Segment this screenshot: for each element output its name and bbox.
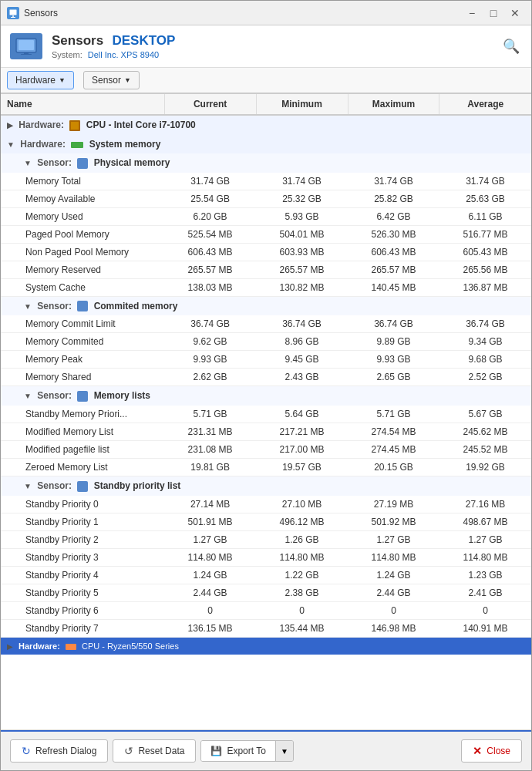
svg-rect-0 bbox=[9, 9, 17, 15]
export-chevron-icon: ▼ bbox=[281, 747, 288, 756]
table-row: Standby Memory Priori...5.71 GB5.64 GB5.… bbox=[1, 406, 531, 423]
refresh-icon: ↻ bbox=[22, 745, 31, 757]
col-maximum: Maximum bbox=[348, 94, 439, 115]
standby-priority-sensor-row[interactable]: ▼ Sensor: Standby priority list bbox=[1, 476, 531, 496]
commited-memory-sensor-row[interactable]: ▼ Sensor: Commited memory bbox=[1, 296, 531, 315]
table-header-row: Name Current Minimum Maximum Average bbox=[1, 94, 531, 115]
table-row: Standby Priority 52.44 GB2.38 GB2.44 GB2… bbox=[1, 584, 531, 602]
app-icon bbox=[7, 7, 19, 19]
physical-memory-sensor-cell[interactable]: ▼ Sensor: Physical memory bbox=[1, 153, 531, 173]
svg-rect-4 bbox=[19, 40, 34, 50]
footer: ↻ Refresh Dialog ↺ Reset Data 💾 Export T… bbox=[1, 730, 531, 770]
export-main-button[interactable]: 💾 Export To bbox=[201, 741, 274, 761]
cpu-group-row[interactable]: ▶ Hardware: CPU - Intel Core i7-10700 bbox=[1, 115, 531, 135]
sensor-icon-3 bbox=[77, 391, 88, 402]
system-label: System: bbox=[52, 50, 82, 59]
memory-lists-sensor-cell[interactable]: ▼ Sensor: Memory lists bbox=[1, 386, 531, 406]
standby-priority-sensor-cell[interactable]: ▼ Sensor: Standby priority list bbox=[1, 476, 531, 496]
sensor-label-2: Sensor: bbox=[37, 301, 72, 311]
sensor-icon-2 bbox=[77, 301, 88, 311]
hardware-dropdown-icon: ▼ bbox=[59, 76, 66, 84]
sensor-tab[interactable]: Sensor ▼ bbox=[83, 71, 140, 89]
commited-collapse-triangle: ▼ bbox=[24, 302, 32, 311]
cpu-group-cell[interactable]: ▶ Hardware: CPU - Intel Core i7-10700 bbox=[1, 115, 531, 135]
table-row: Standby Priority 7136.15 MB135.44 MB146.… bbox=[1, 620, 531, 638]
table-row: Non Paged Pool Memory606.43 MB603.93 MB6… bbox=[1, 243, 531, 261]
collapse-triangle: ▼ bbox=[7, 140, 15, 149]
table-row: Standby Priority 3114.80 MB114.80 MB114.… bbox=[1, 549, 531, 567]
col-current: Current bbox=[164, 94, 256, 115]
hardware-label-1: Hardware: bbox=[19, 120, 64, 130]
commited-memory-name: Commited memory bbox=[94, 301, 178, 311]
table-row: Paged Pool Memory525.54 MB504.01 MB526.3… bbox=[1, 225, 531, 243]
table-row: Modified Memory List231.31 MB217.21 MB27… bbox=[1, 423, 531, 441]
refresh-dialog-button[interactable]: ↻ Refresh Dialog bbox=[10, 739, 108, 763]
data-table-area[interactable]: Name Current Minimum Maximum Average ▶ H… bbox=[1, 94, 531, 730]
export-dropdown-button[interactable]: ▼ bbox=[275, 741, 293, 761]
memory-lists-name: Memory lists bbox=[94, 390, 150, 401]
table-row: System Cache138.03 MB130.82 MB140.45 MB1… bbox=[1, 278, 531, 296]
close-button[interactable]: ✕ bbox=[505, 5, 525, 21]
physical-memory-sensor-row[interactable]: ▼ Sensor: Physical memory bbox=[1, 153, 531, 173]
title-bar-left: Sensors bbox=[7, 7, 58, 19]
minimize-button[interactable]: − bbox=[462, 5, 482, 21]
close-footer-button[interactable]: ✕ Close bbox=[461, 739, 522, 763]
system-value: Dell Inc. XPS 8940 bbox=[88, 50, 159, 59]
main-window: Sensors − □ ✕ Sensors DESKTOP System: De… bbox=[0, 0, 532, 771]
table-row: Modified pagefile list231.08 MB217.00 MB… bbox=[1, 441, 531, 459]
sensor-label-3: Sensor: bbox=[37, 390, 72, 401]
monitor-icon bbox=[10, 33, 42, 59]
export-label: Export To bbox=[227, 746, 265, 756]
bottom-group-row[interactable]: ▶ Hardware: CPU - Ryzen5/550 Series bbox=[1, 638, 531, 655]
expand-triangle: ▶ bbox=[7, 121, 13, 130]
sensor-dropdown-icon: ▼ bbox=[124, 76, 131, 84]
export-icon: 💾 bbox=[210, 746, 222, 756]
table-row: Standby Priority 41.24 GB1.22 GB1.24 GB1… bbox=[1, 567, 531, 584]
computer-name: DESKTOP bbox=[112, 33, 175, 48]
table-row: Memory Used6.20 GB5.93 GB6.42 GB6.11 GB bbox=[1, 207, 531, 225]
close-x-icon: ✕ bbox=[473, 745, 482, 757]
table-row: Zeroed Memory List19.81 GB19.57 GB20.15 … bbox=[1, 459, 531, 476]
table-row: Memoy Available25.54 GB25.32 GB25.82 GB2… bbox=[1, 190, 531, 207]
maximize-button[interactable]: □ bbox=[483, 5, 503, 21]
search-button[interactable]: 🔍 bbox=[500, 35, 522, 57]
window-controls: − □ ✕ bbox=[462, 5, 525, 21]
physical-memory-name: Physical memory bbox=[94, 157, 170, 168]
app-header: Sensors DESKTOP System: Dell Inc. XPS 89… bbox=[1, 25, 531, 68]
system-memory-group-row[interactable]: ▼ Hardware: System memory bbox=[1, 135, 531, 153]
table-row: Standby Priority 1501.91 MB496.12 MB501.… bbox=[1, 513, 531, 531]
table-row: Standby Priority 21.27 GB1.26 GB1.27 GB1… bbox=[1, 531, 531, 549]
bottom-group-name: CPU - Ryzen5/550 Series bbox=[82, 641, 179, 651]
memory-lists-sensor-row[interactable]: ▼ Sensor: Memory lists bbox=[1, 386, 531, 406]
close-label: Close bbox=[487, 746, 510, 756]
sensor-icon-4 bbox=[77, 481, 88, 492]
table-row: Memory Reserved265.57 MB265.57 MB265.57 … bbox=[1, 261, 531, 278]
svg-rect-2 bbox=[11, 17, 15, 18]
bottom-hardware-label: Hardware: bbox=[19, 641, 60, 651]
table-row: Memory Total31.74 GB31.74 GB31.74 GB31.7… bbox=[1, 173, 531, 190]
sensor-tab-label: Sensor bbox=[92, 75, 121, 86]
table-row: Memory Commited9.62 GB8.96 GB9.89 GB9.34… bbox=[1, 333, 531, 351]
system-memory-name: System memory bbox=[89, 139, 161, 150]
header-title-row: Sensors DESKTOP bbox=[52, 33, 491, 49]
cpu-group-name: CPU - Intel Core i7-10700 bbox=[86, 120, 196, 130]
title-bar: Sensors − □ ✕ bbox=[1, 1, 531, 25]
export-button-group: 💾 Export To ▼ bbox=[200, 740, 293, 762]
col-minimum: Minimum bbox=[256, 94, 348, 115]
sensor-label-4: Sensor: bbox=[37, 480, 72, 491]
app-name: Sensors bbox=[52, 33, 103, 48]
reset-icon: ↺ bbox=[124, 745, 133, 757]
bottom-cpu-icon bbox=[66, 644, 76, 650]
col-average: Average bbox=[439, 94, 531, 115]
standby-collapse-triangle: ▼ bbox=[24, 482, 32, 490]
commited-memory-sensor-cell[interactable]: ▼ Sensor: Commited memory bbox=[1, 296, 531, 315]
bottom-expand-triangle: ▶ bbox=[7, 642, 13, 651]
table-row: Standby Priority 027.14 MB27.10 MB27.19 … bbox=[1, 496, 531, 513]
system-memory-group-cell[interactable]: ▼ Hardware: System memory bbox=[1, 135, 531, 153]
lists-collapse-triangle: ▼ bbox=[24, 392, 32, 400]
hardware-tab[interactable]: Hardware ▼ bbox=[7, 71, 74, 89]
reset-data-button[interactable]: ↺ Reset Data bbox=[113, 739, 196, 763]
svg-rect-5 bbox=[24, 52, 29, 54]
refresh-label: Refresh Dialog bbox=[35, 746, 96, 756]
table-row: Memory Peak9.93 GB9.45 GB9.93 GB9.68 GB bbox=[1, 351, 531, 369]
